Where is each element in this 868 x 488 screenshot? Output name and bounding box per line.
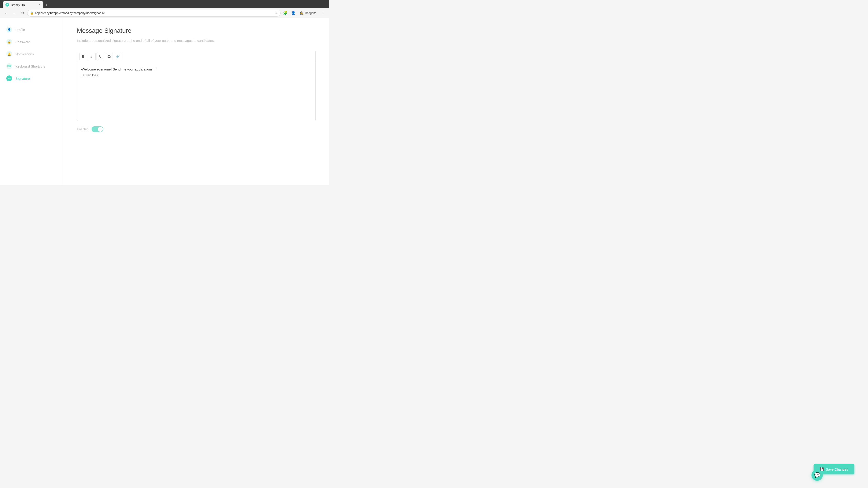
refresh-button[interactable]: ↻ — [19, 10, 26, 17]
image-icon: 🖼 — [107, 55, 111, 58]
forward-button[interactable]: → — [11, 10, 18, 17]
sidebar-label-keyboard-shortcuts: Keyboard Shortcuts — [16, 64, 45, 68]
sidebar-label-password: Password — [16, 40, 30, 44]
back-button[interactable]: ← — [3, 10, 9, 17]
underline-icon: U — [99, 55, 101, 58]
incognito-label: Incognito — [305, 11, 316, 15]
signature-line2: Lauren Deli — [81, 72, 312, 78]
italic-button[interactable]: I — [88, 53, 96, 60]
address-bar[interactable]: 🔒 app.breezy.hr/app/c/moodjoy/company/us… — [27, 10, 281, 17]
sidebar-label-notifications: Notifications — [16, 52, 34, 56]
tab-close-button[interactable]: ✕ — [38, 3, 41, 6]
incognito-icon: 🕵️ — [300, 11, 304, 15]
enabled-toggle[interactable] — [92, 126, 103, 132]
sidebar-item-profile[interactable]: 👤 Profile — [0, 24, 63, 36]
tab-favicon: B — [5, 3, 9, 6]
profile-button[interactable]: 👤 — [290, 10, 297, 17]
page-title: Message Signature — [77, 27, 315, 34]
link-icon: 🔗 — [116, 55, 120, 58]
star-icon: ☆ — [275, 11, 278, 15]
nav-bar: ← → ↻ 🔒 app.breezy.hr/app/c/moodjoy/comp… — [0, 8, 329, 18]
sidebar-item-keyboard-shortcuts[interactable]: ⌨ Keyboard Shortcuts — [0, 60, 63, 72]
tab-title: Breezy HR — [11, 3, 25, 6]
active-tab[interactable]: B Breezy HR ✕ — [3, 1, 43, 8]
password-icon: 🔒 — [6, 39, 12, 45]
bold-icon: B — [82, 55, 84, 58]
menu-button[interactable]: ⋮ — [320, 10, 327, 17]
page-description: Include a personalized signature at the … — [77, 38, 315, 43]
extensions-button[interactable]: 🧩 — [282, 10, 289, 17]
italic-icon: I — [91, 55, 92, 58]
editor-toolbar: B I U 🖼 🔗 — [77, 51, 315, 62]
signature-icon: ✏ — [6, 75, 12, 81]
keyboard-icon: ⌨ — [6, 63, 12, 69]
toggle-knob — [98, 127, 103, 132]
toggle-row: Enabled — [77, 126, 315, 132]
sidebar-label-profile: Profile — [16, 28, 25, 32]
nav-actions: 🧩 👤 🕵️ Incognito ⋮ — [282, 10, 327, 17]
sidebar-item-password[interactable]: 🔒 Password — [0, 36, 63, 48]
sidebar-label-signature: Signature — [16, 76, 30, 80]
sidebar-item-notifications[interactable]: 🔔 Notifications — [0, 48, 63, 60]
main-content: Message Signature Include a personalized… — [63, 18, 329, 185]
incognito-badge: 🕵️ Incognito — [298, 10, 318, 15]
profile-icon: 👤 — [6, 27, 12, 33]
sidebar: 👤 Profile 🔒 Password 🔔 Notifications ⌨ K… — [0, 18, 63, 185]
toggle-label: Enabled — [77, 127, 88, 131]
lock-icon: 🔒 — [30, 11, 34, 15]
tab-bar: B Breezy HR ✕ + — [0, 0, 329, 8]
sidebar-item-signature[interactable]: ✏ Signature — [0, 72, 63, 85]
link-button[interactable]: 🔗 — [114, 53, 121, 60]
app-container: 👤 Profile 🔒 Password 🔔 Notifications ⌨ K… — [0, 18, 329, 185]
underline-button[interactable]: U — [96, 53, 104, 60]
notifications-icon: 🔔 — [6, 51, 12, 57]
url-text: app.breezy.hr/app/c/moodjoy/company/user… — [35, 11, 274, 15]
signature-line1: -Welcome everyone! Send me your applicat… — [81, 66, 312, 72]
new-tab-button[interactable]: + — [43, 2, 50, 8]
bold-button[interactable]: B — [79, 53, 87, 60]
image-button[interactable]: 🖼 — [105, 53, 113, 60]
signature-editor[interactable]: -Welcome everyone! Send me your applicat… — [77, 62, 315, 121]
